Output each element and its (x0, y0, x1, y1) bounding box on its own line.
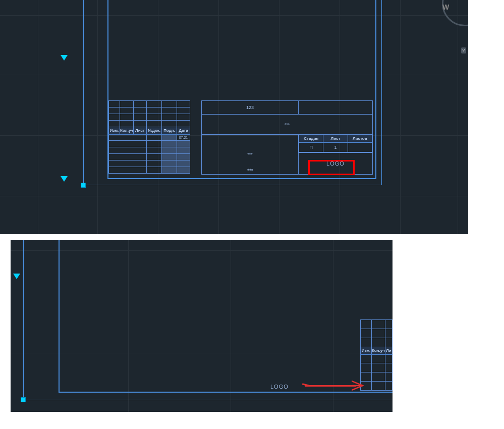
sheet-header: Лист (323, 135, 348, 142)
stage-value: П (299, 142, 323, 152)
frame-line-inner-h (59, 392, 393, 393)
selection-grip[interactable] (81, 183, 86, 188)
rev-header-list: Лист (133, 127, 146, 134)
logo-text-misplaced: LOGO (270, 384, 289, 390)
rev-header-izm: Изм. (109, 127, 120, 134)
layout-marker-3 (13, 274, 20, 279)
annotation-arrow-line (305, 385, 356, 387)
rev-header-ndok: №док. (146, 127, 161, 134)
cad-viewport-top[interactable]: W V Изм. Кол.уч Лист №док. Подп. Дата 07… (0, 0, 468, 234)
viewcube-compass[interactable]: W (439, 1, 467, 29)
rev-header-data: Дата (177, 127, 190, 134)
sheet-value: 1 (323, 142, 348, 152)
compass-direction-label: W (442, 3, 449, 11)
viewcube-button[interactable]: V (461, 47, 466, 53)
rev2-header-koluch: Кол.уч (371, 347, 385, 354)
layout-marker-1 (61, 55, 68, 61)
date-cell: 07.21 (177, 134, 190, 141)
title-row2-cell: *** (202, 115, 373, 135)
revision-table: Изм. Кол.уч Лист №док. Подп. Дата 07.21 (108, 100, 190, 174)
rev-header-podp: Подп. (161, 127, 177, 134)
title-row4-cell: *** (247, 168, 253, 174)
frame-line-inner-v (59, 240, 60, 393)
rev2-header-li: Ли (385, 347, 392, 354)
annotation-arrow-head (352, 378, 367, 393)
annotation-highlight-box (308, 160, 355, 175)
frame-line-outer-v (23, 240, 24, 402)
title-top-right-cell (299, 101, 373, 115)
stage-header: Стадия (299, 135, 323, 142)
sheets-value (348, 142, 372, 152)
rev-header-koluch: Кол.уч (120, 127, 134, 134)
cad-viewport-bottom[interactable]: Изм. Кол.уч Ли LOGO (11, 240, 393, 412)
layout-marker-2 (61, 176, 68, 182)
rev2-header-izm: Изм. (361, 347, 372, 354)
selection-grip-2[interactable] (21, 397, 26, 402)
sheets-header: Листов (348, 135, 372, 142)
project-number-cell: 123 (202, 101, 299, 115)
frame-line-outer-h (23, 400, 393, 400)
